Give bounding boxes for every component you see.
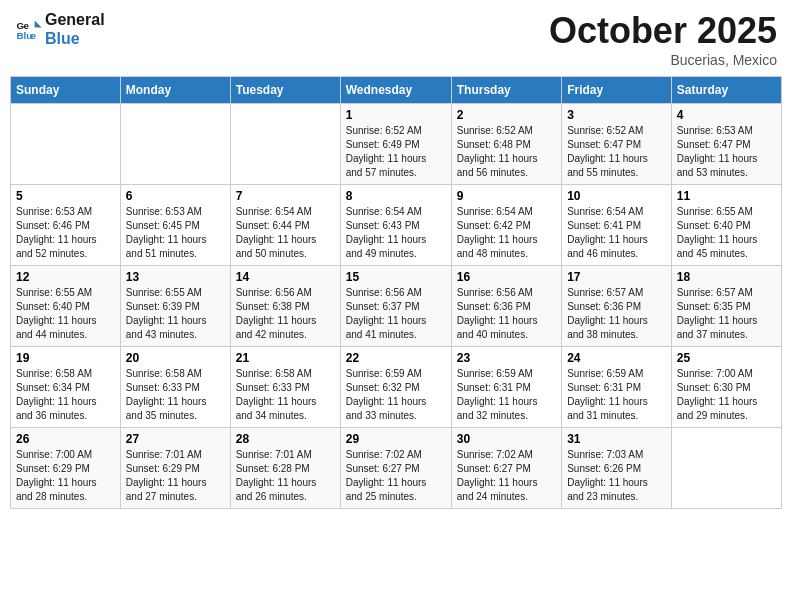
calendar-week-row: 26Sunrise: 7:00 AMSunset: 6:29 PMDayligh… [11, 428, 782, 509]
page-header: G e B l u e General Blue October 2025 Bu… [10, 10, 782, 68]
calendar-cell: 27Sunrise: 7:01 AMSunset: 6:29 PMDayligh… [120, 428, 230, 509]
calendar-cell: 26Sunrise: 7:00 AMSunset: 6:29 PMDayligh… [11, 428, 121, 509]
day-number: 25 [677, 351, 776, 365]
day-number: 7 [236, 189, 335, 203]
title-block: October 2025 Bucerias, Mexico [549, 10, 777, 68]
calendar-cell: 1Sunrise: 6:52 AMSunset: 6:49 PMDaylight… [340, 104, 451, 185]
weekday-header: Saturday [671, 77, 781, 104]
calendar-week-row: 19Sunrise: 6:58 AMSunset: 6:34 PMDayligh… [11, 347, 782, 428]
calendar-cell: 13Sunrise: 6:55 AMSunset: 6:39 PMDayligh… [120, 266, 230, 347]
day-number: 22 [346, 351, 446, 365]
calendar-week-row: 5Sunrise: 6:53 AMSunset: 6:46 PMDaylight… [11, 185, 782, 266]
calendar-cell [671, 428, 781, 509]
day-number: 5 [16, 189, 115, 203]
calendar-cell: 20Sunrise: 6:58 AMSunset: 6:33 PMDayligh… [120, 347, 230, 428]
day-info: Sunrise: 6:52 AMSunset: 6:49 PMDaylight:… [346, 124, 446, 180]
day-info: Sunrise: 6:54 AMSunset: 6:41 PMDaylight:… [567, 205, 666, 261]
logo-line1: General [45, 10, 105, 29]
calendar-cell: 14Sunrise: 6:56 AMSunset: 6:38 PMDayligh… [230, 266, 340, 347]
calendar-cell: 9Sunrise: 6:54 AMSunset: 6:42 PMDaylight… [451, 185, 561, 266]
day-number: 14 [236, 270, 335, 284]
day-info: Sunrise: 6:56 AMSunset: 6:38 PMDaylight:… [236, 286, 335, 342]
day-info: Sunrise: 6:58 AMSunset: 6:34 PMDaylight:… [16, 367, 115, 423]
calendar-cell: 29Sunrise: 7:02 AMSunset: 6:27 PMDayligh… [340, 428, 451, 509]
month-title: October 2025 [549, 10, 777, 52]
calendar-cell: 30Sunrise: 7:02 AMSunset: 6:27 PMDayligh… [451, 428, 561, 509]
day-number: 13 [126, 270, 225, 284]
day-number: 28 [236, 432, 335, 446]
day-number: 24 [567, 351, 666, 365]
day-number: 3 [567, 108, 666, 122]
calendar-cell: 22Sunrise: 6:59 AMSunset: 6:32 PMDayligh… [340, 347, 451, 428]
day-number: 31 [567, 432, 666, 446]
day-info: Sunrise: 6:59 AMSunset: 6:32 PMDaylight:… [346, 367, 446, 423]
day-info: Sunrise: 6:55 AMSunset: 6:40 PMDaylight:… [677, 205, 776, 261]
calendar-cell: 28Sunrise: 7:01 AMSunset: 6:28 PMDayligh… [230, 428, 340, 509]
logo-icon: G e B l u e [15, 15, 43, 43]
day-number: 19 [16, 351, 115, 365]
weekday-header: Friday [562, 77, 672, 104]
calendar-cell: 24Sunrise: 6:59 AMSunset: 6:31 PMDayligh… [562, 347, 672, 428]
weekday-header: Sunday [11, 77, 121, 104]
day-info: Sunrise: 6:56 AMSunset: 6:37 PMDaylight:… [346, 286, 446, 342]
day-number: 18 [677, 270, 776, 284]
day-info: Sunrise: 6:53 AMSunset: 6:45 PMDaylight:… [126, 205, 225, 261]
day-number: 29 [346, 432, 446, 446]
weekday-header-row: SundayMondayTuesdayWednesdayThursdayFrid… [11, 77, 782, 104]
day-info: Sunrise: 6:54 AMSunset: 6:43 PMDaylight:… [346, 205, 446, 261]
day-info: Sunrise: 6:57 AMSunset: 6:36 PMDaylight:… [567, 286, 666, 342]
day-number: 15 [346, 270, 446, 284]
weekday-header: Monday [120, 77, 230, 104]
day-info: Sunrise: 7:01 AMSunset: 6:28 PMDaylight:… [236, 448, 335, 504]
calendar-cell [120, 104, 230, 185]
calendar-cell: 15Sunrise: 6:56 AMSunset: 6:37 PMDayligh… [340, 266, 451, 347]
day-info: Sunrise: 6:54 AMSunset: 6:44 PMDaylight:… [236, 205, 335, 261]
svg-text:e: e [30, 30, 36, 41]
day-number: 20 [126, 351, 225, 365]
day-number: 2 [457, 108, 556, 122]
day-number: 10 [567, 189, 666, 203]
logo: G e B l u e General Blue [15, 10, 105, 48]
calendar-week-row: 12Sunrise: 6:55 AMSunset: 6:40 PMDayligh… [11, 266, 782, 347]
calendar-cell: 8Sunrise: 6:54 AMSunset: 6:43 PMDaylight… [340, 185, 451, 266]
svg-text:B: B [16, 30, 23, 41]
day-number: 9 [457, 189, 556, 203]
weekday-header: Tuesday [230, 77, 340, 104]
calendar-cell: 25Sunrise: 7:00 AMSunset: 6:30 PMDayligh… [671, 347, 781, 428]
day-number: 30 [457, 432, 556, 446]
day-info: Sunrise: 6:57 AMSunset: 6:35 PMDaylight:… [677, 286, 776, 342]
calendar-cell: 7Sunrise: 6:54 AMSunset: 6:44 PMDaylight… [230, 185, 340, 266]
day-number: 16 [457, 270, 556, 284]
calendar-cell: 17Sunrise: 6:57 AMSunset: 6:36 PMDayligh… [562, 266, 672, 347]
day-info: Sunrise: 7:03 AMSunset: 6:26 PMDaylight:… [567, 448, 666, 504]
day-number: 1 [346, 108, 446, 122]
svg-marker-2 [35, 21, 42, 28]
day-info: Sunrise: 7:00 AMSunset: 6:29 PMDaylight:… [16, 448, 115, 504]
calendar-cell: 23Sunrise: 6:59 AMSunset: 6:31 PMDayligh… [451, 347, 561, 428]
day-info: Sunrise: 6:56 AMSunset: 6:36 PMDaylight:… [457, 286, 556, 342]
day-info: Sunrise: 6:55 AMSunset: 6:39 PMDaylight:… [126, 286, 225, 342]
location: Bucerias, Mexico [549, 52, 777, 68]
logo-line2: Blue [45, 29, 105, 48]
calendar-cell: 3Sunrise: 6:52 AMSunset: 6:47 PMDaylight… [562, 104, 672, 185]
day-number: 11 [677, 189, 776, 203]
calendar-table: SundayMondayTuesdayWednesdayThursdayFrid… [10, 76, 782, 509]
day-number: 21 [236, 351, 335, 365]
day-number: 27 [126, 432, 225, 446]
day-info: Sunrise: 6:52 AMSunset: 6:48 PMDaylight:… [457, 124, 556, 180]
day-info: Sunrise: 6:59 AMSunset: 6:31 PMDaylight:… [567, 367, 666, 423]
day-info: Sunrise: 6:58 AMSunset: 6:33 PMDaylight:… [236, 367, 335, 423]
day-info: Sunrise: 6:53 AMSunset: 6:46 PMDaylight:… [16, 205, 115, 261]
calendar-cell: 6Sunrise: 6:53 AMSunset: 6:45 PMDaylight… [120, 185, 230, 266]
calendar-cell [230, 104, 340, 185]
calendar-cell: 19Sunrise: 6:58 AMSunset: 6:34 PMDayligh… [11, 347, 121, 428]
calendar-cell: 31Sunrise: 7:03 AMSunset: 6:26 PMDayligh… [562, 428, 672, 509]
calendar-cell: 11Sunrise: 6:55 AMSunset: 6:40 PMDayligh… [671, 185, 781, 266]
calendar-cell: 2Sunrise: 6:52 AMSunset: 6:48 PMDaylight… [451, 104, 561, 185]
day-number: 23 [457, 351, 556, 365]
day-info: Sunrise: 7:00 AMSunset: 6:30 PMDaylight:… [677, 367, 776, 423]
calendar-cell: 5Sunrise: 6:53 AMSunset: 6:46 PMDaylight… [11, 185, 121, 266]
day-number: 12 [16, 270, 115, 284]
day-info: Sunrise: 6:52 AMSunset: 6:47 PMDaylight:… [567, 124, 666, 180]
day-info: Sunrise: 7:01 AMSunset: 6:29 PMDaylight:… [126, 448, 225, 504]
